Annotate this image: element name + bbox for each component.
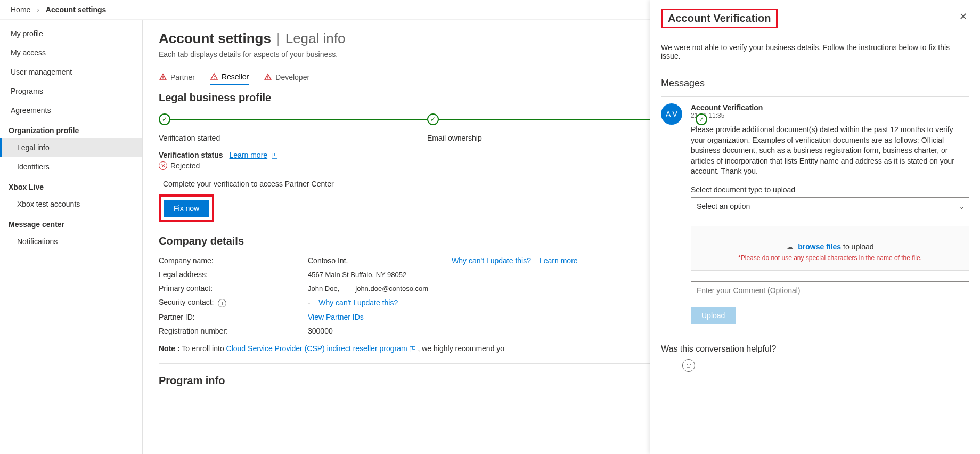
tab-label: Partner xyxy=(170,73,195,82)
why-cant-update-link[interactable]: Why can't I update this? xyxy=(452,256,531,265)
learn-more-link[interactable]: Learn more xyxy=(540,256,578,265)
title-separator: | xyxy=(276,30,280,47)
upload-warning: *Please do not use any special character… xyxy=(697,254,963,262)
fix-now-highlight: Fix now xyxy=(159,194,214,222)
message-timestamp: 21/11 11:35 xyxy=(691,112,969,119)
document-type-label: Select document type to upload xyxy=(691,185,969,194)
breadcrumb-home[interactable]: Home xyxy=(11,5,30,14)
sidebar-item-identifiers[interactable]: Identifiers xyxy=(0,157,142,176)
tab-partner[interactable]: Partner xyxy=(159,69,195,85)
close-icon[interactable]: ✕ xyxy=(957,9,969,25)
tab-label: Reseller xyxy=(222,72,249,81)
step-label: Email ownership xyxy=(427,134,482,142)
svg-point-5 xyxy=(268,78,268,79)
sidebar-item-agreements[interactable]: Agreements xyxy=(0,101,142,120)
svg-point-1 xyxy=(162,78,163,79)
breadcrumb-current: Account settings xyxy=(46,5,107,14)
comment-input[interactable] xyxy=(691,281,969,299)
browse-files-link[interactable]: browse files xyxy=(798,242,841,251)
tab-reseller[interactable]: Reseller xyxy=(210,69,249,85)
security-contact-dash: - xyxy=(308,298,311,307)
sidebar: My profile My access User management Pro… xyxy=(0,20,143,454)
upload-button[interactable]: Upload xyxy=(691,307,736,324)
info-icon[interactable]: i xyxy=(218,299,226,307)
warning-triangle-icon xyxy=(159,73,167,82)
chevron-down-icon: ⌵ xyxy=(959,202,963,210)
learn-more-link[interactable]: Learn more xyxy=(229,151,267,159)
verification-status-label: Verification status xyxy=(159,151,223,159)
external-link-icon: ◳ xyxy=(409,344,416,353)
select-placeholder: Select an option xyxy=(697,202,750,210)
account-verification-panel: Account Verification ✕ We were not able … xyxy=(650,0,980,454)
tab-label: Developer xyxy=(275,73,309,82)
page-subtitle: Legal info xyxy=(285,30,346,47)
helpful-prompt: Was this conversation helpful? xyxy=(661,344,969,354)
registration-number-value: 300000 xyxy=(308,327,333,335)
svg-point-3 xyxy=(214,78,214,78)
panel-title-highlight: Account Verification xyxy=(661,9,778,28)
warning-triangle-icon xyxy=(210,72,218,81)
avatar: A V xyxy=(661,103,682,125)
step-label: Verification started xyxy=(159,134,220,142)
legal-address-value: 4567 Main St Buffalo, NY 98052 xyxy=(308,271,452,279)
rejected-icon: ✕ xyxy=(159,161,167,170)
why-cant-update-link[interactable]: Why can't I update this? xyxy=(318,298,398,307)
company-name-label: Company name: xyxy=(159,256,308,265)
chevron-right-icon: › xyxy=(37,5,39,14)
security-contact-label: Security contact: i xyxy=(159,298,308,307)
messages-heading: Messages xyxy=(661,70,969,96)
sidebar-item-legal-info[interactable]: Legal info xyxy=(0,138,142,157)
rejected-label: Rejected xyxy=(170,161,200,170)
step-check-icon: ✓ xyxy=(696,114,707,125)
external-link-icon: ◳ xyxy=(271,151,278,159)
cloud-upload-icon: ☁ xyxy=(786,242,794,251)
file-dropzone[interactable]: ☁ browse files to upload *Please do not … xyxy=(691,226,969,271)
csp-program-link[interactable]: Cloud Service Provider (CSP) indirect re… xyxy=(226,344,407,353)
primary-contact-label: Primary contact: xyxy=(159,284,308,293)
company-name-value: Contoso Int. xyxy=(308,256,452,265)
message-item: A V Account Verification 21/11 11:35 Ple… xyxy=(661,97,969,330)
sidebar-item-my-profile[interactable]: My profile xyxy=(0,24,142,43)
page-title: Account settings xyxy=(159,30,271,47)
panel-description: We were not able to verify your business… xyxy=(661,34,969,70)
sidebar-item-xbox-test-accounts[interactable]: Xbox test accounts xyxy=(0,194,142,214)
message-sender: Account Verification xyxy=(691,103,969,112)
sidebar-item-user-management[interactable]: User management xyxy=(0,62,142,82)
warning-triangle-icon xyxy=(264,73,272,82)
document-type-select[interactable]: Select an option ⌵ xyxy=(691,197,969,215)
step-check-icon: ✓ xyxy=(427,114,439,125)
panel-title: Account Verification xyxy=(668,12,771,25)
registration-number-label: Registration number: xyxy=(159,327,308,335)
svg-point-7 xyxy=(690,364,691,365)
partner-id-label: Partner ID: xyxy=(159,313,308,321)
legal-address-label: Legal address: xyxy=(159,270,308,279)
sidebar-item-notifications[interactable]: Notifications xyxy=(0,232,142,251)
view-partner-ids-link[interactable]: View Partner IDs xyxy=(308,313,364,321)
primary-contact-email: john.doe@contoso.com xyxy=(355,285,428,293)
sidebar-header-org-profile: Organization profile xyxy=(0,120,142,138)
tab-developer[interactable]: Developer xyxy=(264,69,309,85)
fix-now-button[interactable]: Fix now xyxy=(164,200,209,217)
primary-contact-name: John Doe, xyxy=(308,285,339,293)
to-upload-text: to upload xyxy=(841,242,874,251)
sidebar-header-message-center: Message center xyxy=(0,214,142,232)
step-check-icon: ✓ xyxy=(159,114,170,125)
sidebar-header-xbox-live: Xbox Live xyxy=(0,176,142,194)
feedback-face-icon[interactable] xyxy=(682,359,695,372)
svg-point-6 xyxy=(687,364,688,365)
sidebar-item-programs[interactable]: Programs xyxy=(0,82,142,101)
sidebar-item-my-access[interactable]: My access xyxy=(0,43,142,62)
message-text: Please provide additional document(s) da… xyxy=(691,125,969,177)
